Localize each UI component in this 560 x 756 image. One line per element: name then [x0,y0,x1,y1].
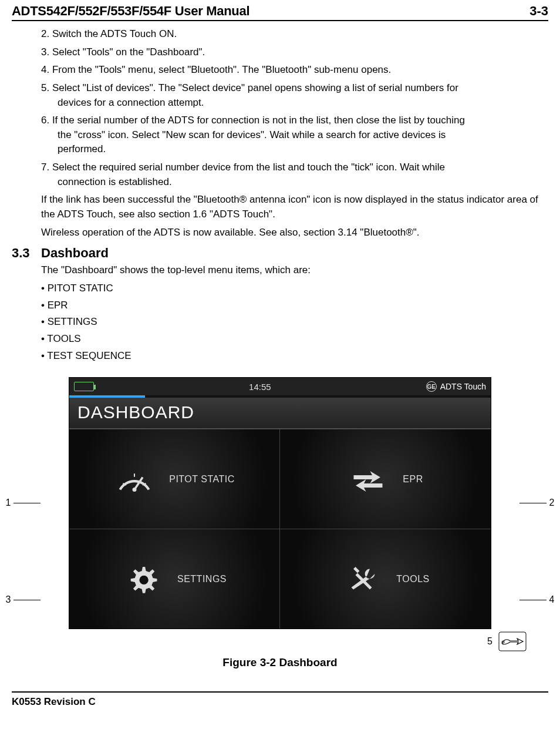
callout-1: 1 [4,498,42,508]
status-time: 14:55 [249,382,271,392]
tile-epr-label: EPR [403,474,423,485]
step-6: 6. If the serial number of the ADTS for … [41,113,542,157]
bullet-epr: • EPR [41,298,548,313]
step-6-line3: performed. [41,142,542,157]
callout-3: 3 [4,594,42,605]
bullet-settings: • SETTINGS [41,315,548,330]
battery-icon [74,382,94,391]
gear-icon [122,559,163,600]
step-5-line2: devices for a connection attempt. [41,96,542,110]
callout-2: 2 [518,498,556,508]
callout-line [519,600,546,600]
section-intro: The "Dashboard" shows the top-level menu… [41,263,542,278]
step-6-line1: 6. If the serial number of the ADTS for … [41,115,465,126]
screenshot-device-screen: 14:55 GE ADTS Touch DASHBOARD PITOT STAT… [69,377,491,629]
callout-4-number: 4 [548,594,556,605]
status-bar: 14:55 GE ADTS Touch [69,378,491,395]
dashboard-title: DASHBOARD [77,402,483,422]
step-7-line2: connection is established. [41,175,542,190]
revision-label: K0553 Revision C [12,696,96,707]
tile-pitot-label: PITOT STATIC [169,474,235,485]
step-7: 7. Select the required serial number dev… [41,160,542,189]
callout-5: 5 [487,631,527,651]
svg-point-1 [133,488,137,492]
tile-settings[interactable]: SETTINGS [69,529,280,629]
figure-caption: Figure 3-2 Dashboard [12,656,548,669]
paragraph-wireless: Wireless operation of the ADTS is now av… [41,226,542,240]
bullets-list: • PITOT STATIC • EPR • SETTINGS • TOOLS … [12,281,548,363]
swipe-hand-icon [498,631,527,651]
svg-point-5 [139,575,148,584]
callout-5-number: 5 [487,636,492,647]
bullet-test-sequence: • TEST SEQUENCE [41,349,548,364]
tools-icon [341,559,382,600]
callout-2-number: 2 [548,498,556,508]
callout-3-number: 3 [4,594,12,605]
epr-flow-icon [348,459,389,500]
step-7-line1: 7. Select the required serial number dev… [41,162,445,173]
dashboard-grid: PITOT STATIC EPR SETTINGS TOOLS [69,429,491,629]
step-6-line2: the "cross" icon. Select "New scan for d… [41,128,542,143]
page-footer: K0553 Revision C [12,691,548,708]
ge-logo-icon: GE [426,381,437,392]
figure-dashboard: 1 2 3 4 14:55 GE ADTS Touch DASHBOARD [39,377,521,629]
dashboard-title-bar: DASHBOARD [69,398,491,429]
section-title: Dashboard [41,246,109,261]
callout-line [519,503,546,503]
step-5-line1: 5. Select "List of devices". The "Select… [41,82,458,93]
section-heading-row: 3.3 Dashboard [12,246,548,261]
tile-tools[interactable]: TOOLS [280,529,491,629]
gauge-icon [114,459,155,500]
step-5: 5. Select "List of devices". The "Select… [41,81,542,110]
step-4: 4. From the "Tools" menu, select "Blueto… [41,63,542,78]
manual-title: ADTS542F/552F/553F/554F User Manual [12,4,249,19]
tile-pitot-static[interactable]: PITOT STATIC [69,429,280,529]
tile-settings-label: SETTINGS [177,574,227,584]
status-product: GE ADTS Touch [426,381,486,392]
page-number: 3-3 [529,4,548,19]
tile-tools-label: TOOLS [396,574,429,584]
tile-epr[interactable]: EPR [280,429,491,529]
callout-4: 4 [518,594,556,605]
section-number: 3.3 [12,246,41,261]
body-text-block: 2. Switch the ADTS Touch ON. 3. Select "… [12,27,548,240]
product-label: ADTS Touch [440,382,486,391]
callout-line [14,503,41,503]
callout-1-number: 1 [4,498,12,508]
paragraph-link-success: If the link has been successful the "Blu… [41,193,542,221]
step-2: 2. Switch the ADTS Touch ON. [41,27,542,42]
page-header: ADTS542F/552F/553F/554F User Manual 3-3 [12,0,548,21]
step-3: 3. Select "Tools" on the "Dashboard". [41,45,542,60]
bullet-tools: • TOOLS [41,332,548,347]
callout-line [14,600,41,600]
bullet-pitot: • PITOT STATIC [41,281,548,296]
